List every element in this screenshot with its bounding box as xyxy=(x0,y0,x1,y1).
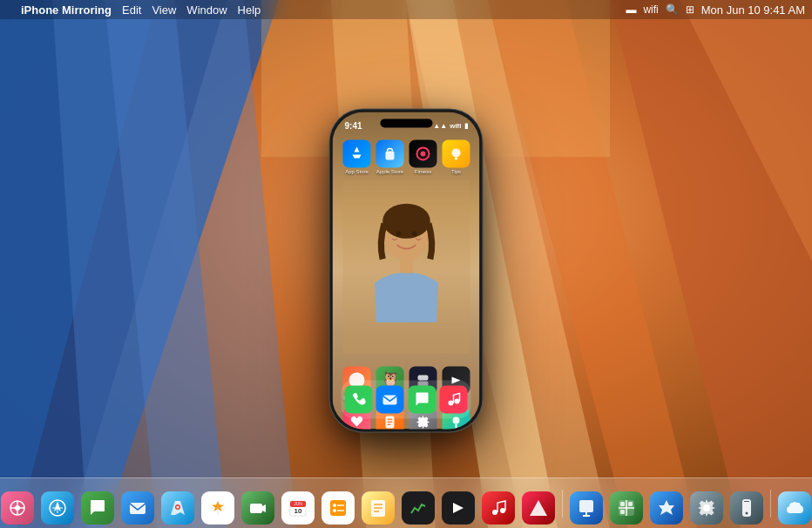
dock-icloud-icon[interactable] xyxy=(778,491,811,525)
dock-messages-icon[interactable] xyxy=(408,385,436,413)
app-store-label: App Store xyxy=(345,169,369,174)
tips-icon[interactable] xyxy=(443,139,470,167)
dock-safari-icon[interactable] xyxy=(41,491,74,525)
dock-launchpad-wrap[interactable] xyxy=(0,488,36,525)
dock-music-wrapper[interactable] xyxy=(439,385,467,413)
menubar-left: iPhone Mirroring Edit View Window Help xyxy=(7,3,626,17)
dock-iphonemir-wrap[interactable] xyxy=(728,488,765,525)
person-illustration xyxy=(336,179,476,354)
datetime: Mon Jun 10 9:41 AM xyxy=(701,3,805,17)
dock-keynote-wrap[interactable] xyxy=(568,488,605,525)
dock-icloud-wrap[interactable] xyxy=(776,488,812,525)
menu-help[interactable]: Help xyxy=(238,3,261,17)
dock-appletv-mac-wrap[interactable] xyxy=(440,488,477,525)
dock-reminders-wrap[interactable] xyxy=(320,488,356,525)
app-icon-wrapper-fitness[interactable]: Fitness xyxy=(409,139,437,174)
dock-reminders-icon[interactable] xyxy=(321,491,355,525)
svg-point-52 xyxy=(177,506,179,509)
svg-text:JUN: JUN xyxy=(294,501,302,506)
desktop: iPhone Mirroring Edit View Window Help ▬… xyxy=(0,0,812,528)
svg-rect-56 xyxy=(250,504,262,513)
fitness-label: Fitness xyxy=(415,169,431,174)
control-center-icon[interactable]: ⊞ xyxy=(686,3,694,16)
menu-view[interactable]: View xyxy=(152,3,176,17)
svg-point-16 xyxy=(396,231,400,235)
dock-launchpad-icon[interactable] xyxy=(1,491,34,525)
dock-mail-wrapper[interactable] xyxy=(376,385,404,413)
svg-rect-24 xyxy=(455,157,457,159)
dock-mail-icon[interactable] xyxy=(376,385,404,413)
dock-facetime-icon[interactable] xyxy=(241,491,274,525)
wifi-icon: wifi xyxy=(450,122,461,130)
svg-point-71 xyxy=(492,510,497,515)
svg-rect-20 xyxy=(386,151,395,159)
svg-point-62 xyxy=(333,504,336,507)
svg-point-22 xyxy=(421,151,426,156)
dock-numbers-icon[interactable] xyxy=(610,491,643,525)
dock-maps-wrap[interactable] xyxy=(159,488,196,525)
dock-music-mac-wrap[interactable] xyxy=(480,488,517,525)
dock-systemprefs-wrap[interactable] xyxy=(688,488,725,525)
dynamic-island xyxy=(380,118,432,127)
dock-stocks-wrap[interactable] xyxy=(400,488,436,525)
svg-point-36 xyxy=(454,398,459,403)
apple-store-label: Apple Store xyxy=(376,169,403,174)
apple-store-icon[interactable] xyxy=(376,139,404,167)
dock-messages-wrapper[interactable] xyxy=(408,385,436,413)
iphone-frame[interactable]: 9:41 ▲▲ wifi ▮ App Store xyxy=(330,109,483,431)
iphone-dock xyxy=(342,380,471,418)
app-name[interactable]: iPhone Mirroring xyxy=(21,3,112,17)
dock-mail-mac-wrap[interactable] xyxy=(119,488,156,525)
dock-maps-icon[interactable] xyxy=(161,491,194,525)
menu-edit[interactable]: Edit xyxy=(122,3,141,17)
dock-photos-icon[interactable] xyxy=(201,491,234,525)
svg-point-17 xyxy=(411,231,416,235)
menubar: iPhone Mirroring Edit View Window Help ▬… xyxy=(0,0,812,19)
fitness-icon[interactable] xyxy=(409,139,437,167)
search-icon[interactable]: 🔍 xyxy=(666,3,679,16)
app-icon-wrapper-applestore[interactable]: Apple Store xyxy=(376,139,404,174)
svg-rect-86 xyxy=(744,501,749,502)
dock-appstore-mac-wrap[interactable] xyxy=(648,488,685,525)
dock-messages-mac-icon[interactable] xyxy=(81,491,114,525)
svg-point-15 xyxy=(382,204,430,239)
iphone-screen[interactable]: 9:41 ▲▲ wifi ▮ App Store xyxy=(333,112,480,429)
dock-notes-icon[interactable] xyxy=(362,491,395,525)
wifi-icon: wifi xyxy=(643,3,658,16)
dock-music-icon[interactable] xyxy=(439,385,467,413)
dock-news-wrap[interactable] xyxy=(520,488,557,525)
dock-appletv-mac-icon[interactable] xyxy=(442,491,475,525)
dock-numbers-wrap[interactable] xyxy=(608,488,645,525)
dock-separator xyxy=(562,490,563,518)
dock-keynote-icon[interactable] xyxy=(570,491,603,525)
dock-stocks-icon[interactable] xyxy=(402,491,435,525)
dock-iphonemir-icon[interactable] xyxy=(730,491,763,525)
dock-phone-icon[interactable] xyxy=(345,385,373,413)
dock-appstore-mac-icon[interactable] xyxy=(650,491,683,525)
svg-rect-19 xyxy=(376,283,436,322)
svg-rect-18 xyxy=(400,257,413,273)
dock-calendar-icon[interactable]: 10JUN xyxy=(281,491,315,525)
dock-mail-mac-icon[interactable] xyxy=(121,491,154,525)
svg-rect-74 xyxy=(579,500,593,512)
menu-window[interactable]: Window xyxy=(186,3,227,17)
dock-music-mac-icon[interactable] xyxy=(482,491,515,525)
app-icon-wrapper-appstore[interactable]: App Store xyxy=(343,139,371,174)
dock-notes-wrap[interactable] xyxy=(360,488,396,525)
dock-photos-wrap[interactable] xyxy=(200,488,236,525)
dock-calendar-wrap[interactable]: 10JUN xyxy=(280,488,316,525)
dock-systemprefs-icon[interactable] xyxy=(690,491,723,525)
dock-news-icon[interactable] xyxy=(522,491,555,525)
svg-point-85 xyxy=(746,512,748,515)
dock-safari-wrap[interactable] xyxy=(39,488,76,525)
dock-facetime-wrap[interactable] xyxy=(240,488,276,525)
dock-messages-mac-wrap[interactable] xyxy=(79,488,116,525)
dock-phone-wrapper[interactable] xyxy=(345,385,373,413)
battery-icon: ▮ xyxy=(464,122,468,130)
iphone-container: 9:41 ▲▲ wifi ▮ App Store xyxy=(330,109,483,431)
svg-rect-34 xyxy=(383,395,397,404)
svg-rect-80 xyxy=(620,502,625,506)
svg-rect-82 xyxy=(620,510,625,514)
app-icon-wrapper-tips[interactable]: Tips xyxy=(443,139,470,174)
app-store-icon[interactable] xyxy=(343,139,371,167)
